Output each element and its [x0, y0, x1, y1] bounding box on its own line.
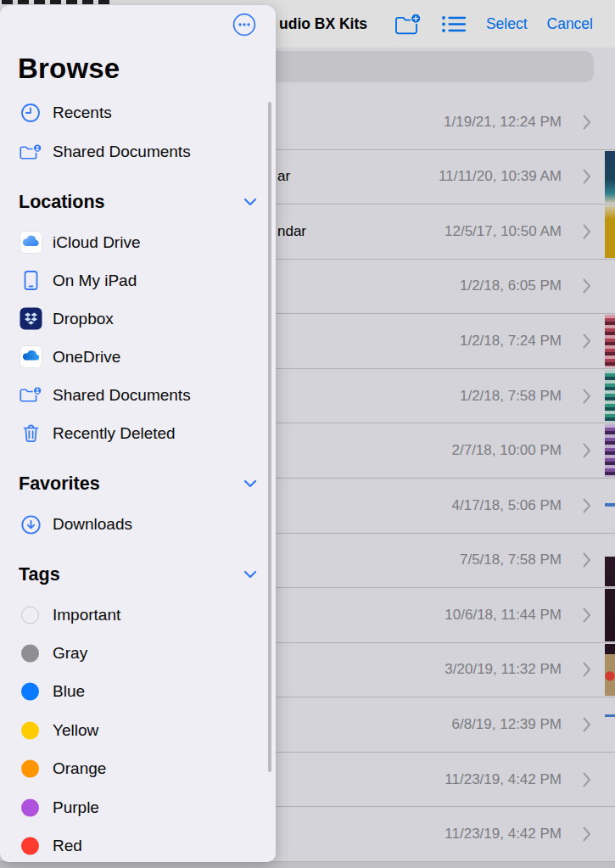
- section-header-tags[interactable]: Tags: [19, 563, 257, 586]
- tag-label: Red: [53, 837, 82, 855]
- chevron-down-icon: [243, 198, 257, 206]
- tag-label: Gray: [53, 644, 87, 663]
- tag-label: Orange: [53, 759, 106, 778]
- sidebar-item[interactable]: On My iPad: [0, 261, 276, 300]
- sidebar-item-label: Dropbox: [53, 310, 114, 328]
- tag-item[interactable]: Important: [0, 596, 276, 634]
- sidebar-item-label: Shared Documents: [53, 386, 191, 405]
- tag-color-dot: [21, 606, 39, 624]
- sidebar-item-label: Recents: [53, 104, 112, 122]
- tag-item[interactable]: Red: [0, 826, 276, 865]
- download-circle-icon: [19, 512, 42, 536]
- tag-color-dot: [21, 683, 39, 701]
- icloud-icon: [19, 231, 42, 255]
- sidebar-title: Browse: [18, 53, 120, 85]
- sidebar-item[interactable]: iCloud Drive: [0, 223, 276, 261]
- sidebar-item[interactable]: Recently Deleted: [0, 414, 276, 452]
- tag-label: Blue: [53, 682, 85, 701]
- sidebar-tag-items: Important Gray Blue Yellow Orange Purple: [0, 596, 276, 865]
- chevron-down-icon: [243, 570, 257, 579]
- sidebar-item[interactable]: Recents: [0, 93, 276, 132]
- shared-folder-icon: [19, 384, 42, 407]
- sidebar-item-label: Shared Documents: [53, 143, 191, 161]
- tag-label: Purple: [53, 798, 99, 817]
- sidebar-item[interactable]: Shared Documents: [0, 376, 276, 414]
- section-title: Tags: [19, 564, 60, 585]
- tag-item[interactable]: Purple: [0, 788, 276, 826]
- sidebar-item[interactable]: Dropbox: [0, 300, 276, 338]
- browse-sidebar: Browse Recents Shared Documents Location…: [0, 5, 276, 862]
- chevron-down-icon: [243, 479, 257, 488]
- sidebar-scrollbar[interactable]: [268, 102, 271, 772]
- clock-icon: [19, 101, 42, 125]
- section-header-locations[interactable]: Locations: [19, 190, 257, 214]
- onedrive-icon: [19, 345, 42, 369]
- section-title: Favorites: [19, 473, 100, 495]
- tag-color-dot: [21, 721, 39, 739]
- tag-color-dot: [21, 645, 39, 663]
- sidebar-item-label: Downloads: [53, 515, 132, 534]
- tag-color-dot: [21, 760, 39, 778]
- tag-color-dot: [21, 837, 39, 855]
- tag-item[interactable]: Blue: [0, 673, 276, 711]
- dropbox-icon: [19, 307, 42, 331]
- tag-item[interactable]: Orange: [0, 750, 276, 788]
- sidebar-item-label: OneDrive: [53, 348, 120, 367]
- sidebar-item[interactable]: Downloads: [0, 505, 276, 544]
- tag-label: Yellow: [53, 721, 98, 740]
- tag-item[interactable]: Yellow: [0, 711, 276, 749]
- shared-folder-icon: [19, 140, 42, 164]
- sidebar-favorites-items: Downloads: [0, 505, 276, 544]
- sidebar-item-label: Recently Deleted: [53, 424, 176, 443]
- files-app-screen: udio BX Kits Select Cancel 1/19/21, 12:2…: [0, 0, 615, 868]
- section-title: Locations: [19, 192, 105, 213]
- sidebar-item[interactable]: OneDrive: [0, 338, 276, 376]
- sidebar-top-items: Recents Shared Documents: [0, 93, 276, 171]
- tag-color-dot: [21, 798, 39, 816]
- tag-label: Important: [53, 606, 120, 624]
- more-options-button[interactable]: [232, 13, 256, 36]
- ipad-icon: [19, 269, 42, 293]
- sidebar-item-label: On My iPad: [53, 272, 137, 290]
- sidebar-item-label: iCloud Drive: [53, 233, 140, 252]
- trash-icon: [19, 422, 42, 445]
- sidebar-item[interactable]: Shared Documents: [0, 132, 276, 171]
- sidebar-locations-items: iCloud Drive On My iPad Dropbox OneDrive…: [0, 223, 276, 452]
- section-header-favorites[interactable]: Favorites: [19, 472, 257, 496]
- tag-item[interactable]: Gray: [0, 634, 276, 672]
